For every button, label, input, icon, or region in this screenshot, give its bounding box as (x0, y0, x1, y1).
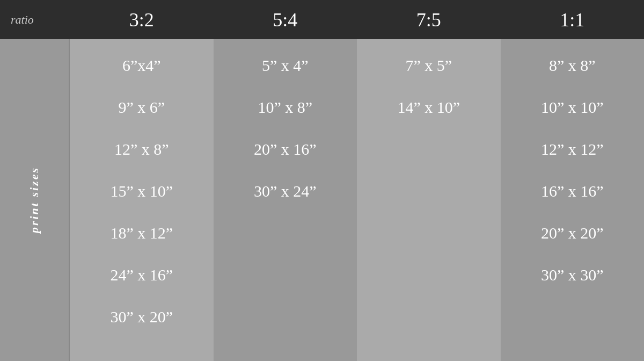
print-sizes-label: print sizes (27, 167, 41, 233)
size-54-2: 10” x 8” (214, 86, 357, 128)
column-75: 7” x 5” 14” x 10” (357, 39, 501, 361)
col-54-label: 5:4 (273, 9, 297, 31)
size-11-5: 20” x 20” (501, 212, 645, 254)
col-75-label: 7:5 (416, 9, 441, 31)
size-75-1: 7” x 5” (357, 45, 501, 86)
column-32: 6”x4” 9” x 6” 12” x 8” 15” x 10” 18” x 1… (70, 39, 214, 361)
size-11-6: 30” x 30” (501, 254, 645, 296)
size-75-2: 14” x 10” (357, 86, 501, 128)
header-row: ratio 3:2 5:4 7:5 1:1 (0, 0, 644, 39)
size-32-7: 30” x 20” (70, 296, 214, 338)
body-row: print sizes 6”x4” 9” x 6” 12” x 8” 15” x… (0, 39, 644, 361)
col-11-label: 1:1 (560, 9, 584, 31)
ratio-label: ratio (0, 0, 70, 39)
main-table: ratio 3:2 5:4 7:5 1:1 print sizes 6”x4” (0, 0, 644, 361)
size-54-3: 20” x 16” (214, 128, 357, 170)
size-11-2: 10” x 10” (501, 86, 645, 128)
size-32-3: 12” x 8” (70, 128, 214, 170)
size-32-1: 6”x4” (70, 45, 214, 86)
header-col-54: 5:4 (214, 0, 357, 39)
col-32-label: 3:2 (129, 9, 154, 31)
column-54: 5” x 4” 10” x 8” 20” x 16” 30” x 24” (214, 39, 357, 361)
size-32-6: 24” x 16” (70, 254, 214, 296)
size-54-1: 5” x 4” (214, 45, 357, 86)
size-32-5: 18” x 12” (70, 212, 214, 254)
column-11: 8” x 8” 10” x 10” 12” x 12” 16” x 16” 20… (501, 39, 645, 361)
size-11-4: 16” x 16” (501, 170, 645, 212)
data-columns: 6”x4” 9” x 6” 12” x 8” 15” x 10” 18” x 1… (70, 39, 644, 361)
size-32-2: 9” x 6” (70, 86, 214, 128)
header-col-75: 7:5 (357, 0, 501, 39)
size-54-4: 30” x 24” (214, 170, 357, 212)
header-col-11: 1:1 (501, 0, 645, 39)
header-col-32: 3:2 (70, 0, 214, 39)
size-11-3: 12” x 12” (501, 128, 645, 170)
ratio-label-text: ratio (11, 13, 34, 27)
print-sizes-label-cell: print sizes (0, 39, 70, 361)
size-32-4: 15” x 10” (70, 170, 214, 212)
size-11-1: 8” x 8” (501, 45, 645, 86)
